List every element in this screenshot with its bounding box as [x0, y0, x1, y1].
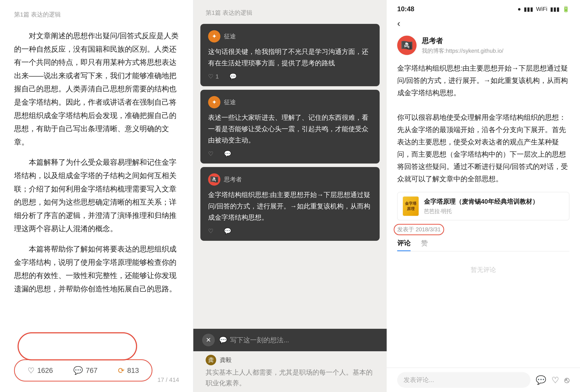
heart-icon: ♡ [208, 150, 213, 157]
article-main-content: 金字塔结构组织思想:由主要思想开始→下层思想通过疑问/回答的方式，进行展开。→如… [387, 60, 580, 368]
tab-comments[interactable]: 评论 [397, 239, 411, 251]
tab-likes[interactable]: 赞 [421, 239, 428, 251]
comment-avatar-3: 🏴‍☠️ [208, 173, 220, 186]
comment-actions-1: ♡ 1 💬 [208, 73, 372, 80]
comment-input[interactable]: 发表评论... [397, 372, 530, 388]
author-section: 🏴‍☠️ 思考者 我的博客:https://sykent.github.io/ [387, 32, 580, 60]
comment-icon: 💬 [73, 366, 83, 375]
repost-button[interactable]: ⟳ 813 [109, 362, 148, 379]
comment-username-3: 思考者 [224, 176, 242, 184]
heart-icon: ♡ [208, 73, 213, 80]
post-date: 发表于 2018/3/31 [397, 226, 570, 233]
book-title: 金字塔原理（麦肯锡40年经典培训教材） [424, 197, 564, 206]
comment-card-3: 🏴‍☠️ 思考者 金字塔结构组织思想:由主要思想开始→下层思想通过疑问/回答的方… [200, 167, 380, 241]
network-icon: ▮▮▮ [550, 6, 560, 12]
panel3-bottom-bar: 发表评论... 💬 ♡ ⎋ [387, 368, 580, 392]
heart-icon: ♡ [28, 366, 34, 375]
comment-text-3: 金字塔结构组织思想:由主要思想开始→下层思想通过疑问/回答的方式，进行展开。→如… [208, 189, 372, 223]
breadcrumb-panel1: 第1篇 表达的逻辑 [14, 10, 179, 19]
comment-actions-2: ♡ 💬 [208, 150, 372, 157]
reply-icon: 💬 [224, 227, 231, 234]
thought-placeholder: 写下这一刻的想法... [230, 336, 289, 345]
author-bio: 我的博客:https://sykent.github.io/ [422, 47, 570, 55]
comment-like-1[interactable]: ♡ 1 [208, 73, 219, 80]
share-btn[interactable]: ⎋ [564, 375, 570, 385]
book-cover: 金字塔原理 [403, 196, 419, 216]
footer-preview-username: 龚毅 [220, 356, 232, 364]
comment-count: 767 [86, 367, 98, 375]
like-count-1: 1 [215, 73, 219, 80]
panel2-footer-preview: 龚 龚毅 其实基本上人人都需要，尤其是职场的每一个人。基本的职业化素养。 [193, 351, 387, 392]
thought-input[interactable]: 💬 写下这一刻的想法... [219, 336, 378, 345]
status-icons: ● ▮▮▮ WiFi ▮▮▮ 🔋 [518, 6, 570, 12]
footer-preview-avatar: 龚 [206, 355, 216, 365]
no-comment-text: 暂无评论 [397, 255, 570, 285]
post-text: 金字塔结构组织思想:由主要思想开始→下层思想通过疑问/回答的方式，进行展开。→如… [397, 62, 570, 185]
back-button[interactable]: ‹ [397, 18, 400, 29]
panel-comments: 第1篇 表达的逻辑 对文章阐述的思想作出疑问/回答式反应是人类的一种自然反应，没… [193, 0, 387, 392]
close-icon: ✕ [206, 336, 211, 344]
breadcrumb-panel2: 第1篇 表达的逻辑 [193, 0, 387, 20]
heart-icon: ♡ [208, 227, 213, 234]
comment-text-2: 表述一些让大家听进去、理解了、记住的东西很难，看一看是否能够让受众心头一震，引起… [208, 112, 372, 146]
comment-like-2[interactable]: ♡ [208, 150, 213, 157]
comment-btn[interactable]: 💬 [536, 375, 546, 385]
comment-username-1: 征途 [224, 32, 236, 40]
comment-button[interactable]: 💬 767 [64, 362, 107, 379]
book-author: 芭芭拉·明托 [424, 208, 564, 215]
comment-header-3: 🏴‍☠️ 思考者 [208, 173, 372, 186]
comment-reply-1[interactable]: 💬 [229, 73, 237, 80]
footer-preview-text: 其实基本上人人都需要，尤其是职场的每一个人。基本的职业化素养。 [206, 367, 374, 389]
like-btn[interactable]: ♡ [552, 375, 559, 385]
content-tabs: 评论 赞 [397, 239, 570, 252]
page-indicator: 17 / 414 [157, 376, 179, 383]
author-info: 思考者 我的博客:https://sykent.github.io/ [422, 36, 570, 55]
post-date-text: 发表于 2018/3/31 [397, 226, 441, 233]
comment-text-1: 这句话很关键，给我指明了不光只是学习沟通方面，还有在生活处理琐事方面，提供了思考… [208, 46, 372, 69]
footer-preview-user: 龚 龚毅 [206, 355, 374, 365]
like-count: 1626 [37, 367, 53, 375]
comment-reply-2[interactable]: 💬 [224, 150, 231, 157]
footer-actions-group: ♡ 1626 💬 767 ⟳ 813 [14, 359, 152, 382]
author-avatar: 🏴‍☠️ [397, 36, 417, 55]
close-button[interactable]: ✕ [202, 334, 215, 346]
author-name: 思考者 [422, 36, 570, 46]
panel-reading: 第1篇 表达的逻辑 对文章阐述的思想作出疑问/回答式反应是人类的一种自然反应，没… [0, 0, 193, 392]
comment-card-1: ✦ 征途 这句话很关键，给我指明了不光只是学习沟通方面，还有在生活处理琐事方面，… [200, 24, 380, 86]
panel1-footer-actions: ♡ 1626 💬 767 ⟳ 813 [14, 354, 179, 382]
repost-icon: ⟳ [118, 366, 125, 375]
reply-icon: 💬 [229, 73, 237, 80]
reply-icon: 💬 [224, 150, 231, 157]
panel-article-detail: 10:48 ● ▮▮▮ WiFi ▮▮▮ 🔋 ‹ 🏴‍☠️ 思考者 我的博客:h… [387, 0, 580, 392]
status-bar: 10:48 ● ▮▮▮ WiFi ▮▮▮ 🔋 [387, 0, 580, 14]
panel2-body: 对文章阐述的思想作出疑问/回答式反应是人类的一种自然反应，没有国籍和民族的区别。… [193, 20, 387, 329]
reading-content: 对文章阐述的思想作出疑问/回答式反应是人类的一种自然反应，没有国籍和民族的区别。… [14, 29, 179, 344]
comment-username-2: 征途 [224, 98, 236, 106]
battery-icon: ● [518, 6, 521, 12]
comment-avatar-1: ✦ [208, 30, 220, 42]
comment-header-2: ✦ 征途 [208, 96, 372, 108]
comment-avatar-2: ✦ [208, 96, 220, 108]
nav-bar: ‹ [387, 14, 580, 32]
comment-like-3[interactable]: ♡ [208, 227, 213, 234]
comments-list: ✦ 征途 这句话很关键，给我指明了不光只是学习沟通方面，还有在生活处理琐事方面，… [193, 20, 387, 329]
status-time: 10:48 [397, 5, 414, 13]
paragraph-1: 对文章阐述的思想作出疑问/回答式反应是人类的一种自然反应，没有国籍和民族的区别。… [14, 29, 179, 149]
panel2-bottom-bar: ✕ 💬 写下这一刻的想法... [193, 329, 387, 351]
bubble-icon: 💬 [219, 336, 227, 344]
comment-reply-3[interactable]: 💬 [224, 227, 231, 234]
like-button[interactable]: ♡ 1626 [18, 362, 62, 379]
battery-level-icon: 🔋 [563, 6, 570, 12]
comment-header-1: ✦ 征途 [208, 30, 372, 42]
wifi-icon: WiFi [536, 6, 547, 12]
paragraph-2: 本篇解释了为什么受众最容易理解和记住金字塔结构，以及组成金字塔的子结构之间如何互… [14, 156, 179, 235]
comment-actions-3: ♡ 💬 [208, 227, 372, 234]
repost-count: 813 [127, 367, 139, 375]
book-card[interactable]: 金字塔原理 金字塔原理（麦肯锡40年经典培训教材） 芭芭拉·明托 [397, 192, 570, 220]
signal-icon: ▮▮▮ [524, 6, 533, 12]
paragraph-3: 本篇将帮助你了解如何将要表达的思想组织成金字塔结构，说明了使用金字塔原理能够检查… [14, 242, 179, 295]
comment-card-2: ✦ 征途 表述一些让大家听进去、理解了、记住的东西很难，看一看是否能够让受众心头… [200, 90, 380, 164]
book-info: 金字塔原理（麦肯锡40年经典培训教材） 芭芭拉·明托 [424, 197, 564, 215]
